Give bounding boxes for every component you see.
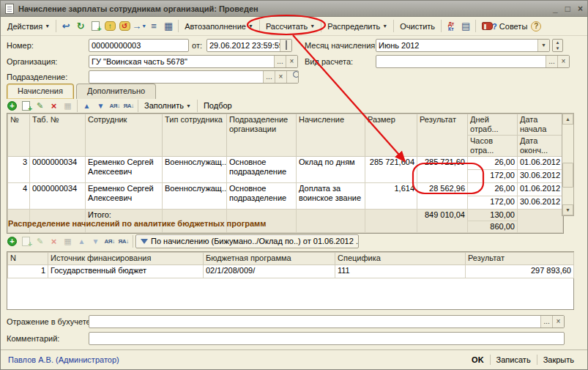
distribute-button[interactable]: Распределить▼ (324, 21, 391, 32)
comment-input[interactable] (89, 332, 565, 345)
cell-date-end[interactable]: 30.06.2012 (518, 196, 563, 210)
cell-hours[interactable]: 172,00 (468, 170, 518, 183)
cell-emp-type[interactable]: Военнослужащ... (163, 183, 227, 210)
calc-kind-input[interactable]: ...× (376, 55, 570, 68)
calculate-button[interactable]: Рассчитать▼ (262, 21, 319, 32)
month-spinner[interactable]: ▲▼ (552, 39, 563, 52)
cell-emp-type[interactable]: Военнослужащ... (163, 157, 227, 183)
add-row-icon[interactable]: + (5, 235, 19, 248)
cell-employee[interactable]: Еременко Сергей Алексеевич (86, 157, 163, 183)
cell-date-end[interactable]: 30.06.2012 (518, 170, 563, 183)
organization-input[interactable]: ГУ "Воинская часть 5678"...× (89, 55, 298, 68)
move-down-icon[interactable]: ▼ (94, 100, 108, 112)
cell-size[interactable]: 1,614 (365, 183, 417, 210)
clear-icon[interactable]: × (552, 316, 564, 328)
ellipsis-button[interactable]: ... (540, 316, 552, 328)
date-input[interactable]: 29.06.2012 23:59:59 (206, 39, 292, 52)
save-button[interactable]: Записать (491, 354, 537, 366)
cell-result[interactable]: 285 721,60 (417, 157, 468, 183)
structure-icon[interactable]: ≡ (146, 20, 161, 33)
sort-desc-icon[interactable]: ЯА↓ (122, 100, 135, 112)
autofill-button[interactable]: Автозаполнение▼ (181, 21, 257, 32)
accounting-input[interactable]: ...× (89, 315, 565, 328)
sort-asc-icon[interactable]: АЯ↓ (103, 235, 116, 248)
move-up-icon[interactable]: ▲ (75, 235, 89, 248)
delete-row-icon[interactable]: × (47, 235, 61, 248)
dt-kt-icon[interactable]: ДтКт (444, 20, 458, 33)
title-bar: Начисление зарплаты сотрудникам организа… (1, 1, 587, 17)
close-button[interactable]: × (578, 4, 583, 14)
post-and-close-icon[interactable]: ↩ (59, 20, 73, 33)
ellipsis-button[interactable]: ... (274, 56, 286, 67)
sort-desc-icon[interactable]: ЯА↓ (116, 235, 130, 248)
move-up-icon[interactable]: ▲ (80, 100, 94, 112)
cell-num[interactable]: 3 (8, 157, 30, 183)
tab-additional[interactable]: Дополнительно (76, 84, 156, 99)
cell-accrual[interactable]: Оклад по дням (297, 157, 365, 183)
actions-menu-button[interactable]: Действия▼ (4, 21, 53, 32)
cell-tab-no[interactable]: 0000000034 (30, 157, 86, 183)
cell-source[interactable]: Государственный бюджет (48, 265, 204, 278)
edit-row-icon[interactable]: ✎ (33, 235, 47, 248)
ellipsis-button[interactable]: ... (546, 56, 557, 67)
delete-row-icon[interactable]: × (47, 100, 61, 112)
cell-result-highlighted[interactable]: 28 562,96 (417, 183, 468, 210)
cell-org-unit[interactable]: Основное подразделение (227, 183, 297, 210)
copy-row-icon[interactable] (19, 100, 33, 112)
cell-org-unit[interactable]: Основное подразделение (227, 157, 297, 183)
refresh-icon[interactable]: ↻ (73, 20, 88, 33)
ellipsis-button[interactable]: ... (263, 71, 275, 83)
col-specifics: Специфика (335, 253, 466, 265)
maximize-button[interactable]: □ (565, 4, 570, 14)
clear-icon[interactable]: × (275, 71, 286, 83)
goto-menu-icon[interactable]: →▼ (132, 20, 146, 33)
clear-button[interactable]: Очистить (396, 21, 439, 32)
clear-icon[interactable]: × (557, 56, 569, 67)
number-input[interactable]: 00000000003 (89, 39, 189, 52)
add-row-icon[interactable]: + (5, 100, 19, 112)
scrollbar-thumb[interactable] (562, 163, 573, 188)
write-document-icon[interactable]: ↑ (103, 20, 117, 33)
report-icon[interactable]: ▤ (458, 20, 473, 33)
cell-accrual[interactable]: Доплата за воинское звание (297, 183, 365, 210)
cell-num[interactable]: 1 (8, 265, 48, 278)
move-down-icon[interactable]: ▼ (89, 235, 103, 248)
edit-row-icon[interactable]: ✎ (33, 100, 47, 112)
cell-days[interactable]: 26,00 (468, 183, 518, 196)
filter-button[interactable]: По начислению (Бижумано../Оклад по..) от… (135, 234, 359, 248)
cell-date-start[interactable]: 01.06.2012 (518, 157, 563, 170)
cell-program[interactable]: 02/1/208/009/ (204, 265, 335, 278)
conduct-document-icon[interactable]: ↺ (117, 20, 132, 33)
month-input[interactable]: Июнь 2012▼ (376, 39, 550, 52)
scroll-up-icon[interactable]: ▲ (562, 114, 573, 125)
ok-button[interactable]: OK (466, 354, 490, 366)
sort-asc-icon[interactable]: АЯ↓ (108, 100, 122, 112)
cell-specifics[interactable]: 111 (335, 265, 466, 278)
finish-edit-icon[interactable]: ▦ (61, 100, 75, 112)
pick-button[interactable]: Подбор (200, 100, 236, 111)
minimize-button[interactable]: _ (553, 4, 558, 14)
calendar-icon[interactable] (280, 40, 291, 51)
clear-icon[interactable]: × (286, 56, 297, 67)
close-window-button[interactable]: Закрыть (537, 354, 580, 366)
fill-button[interactable]: Заполнить▼ (141, 100, 195, 111)
help-icon[interactable]: ? (531, 21, 541, 32)
cell-employee[interactable]: Еременко Сергей Алексеевич (86, 183, 163, 210)
cell-result[interactable]: 297 893,60 (466, 265, 574, 278)
cell-days[interactable]: 26,00 (468, 157, 518, 170)
cell-date-start[interactable]: 01.06.2012 (518, 183, 563, 196)
set-marks-icon[interactable]: ▦ (161, 20, 176, 33)
department-input[interactable]: ...× (89, 70, 299, 84)
finish-edit-icon[interactable]: ▦ (61, 235, 75, 248)
copy-row-icon[interactable] (19, 235, 33, 248)
dropdown-icon[interactable]: ▼ (537, 40, 549, 51)
tips-button[interactable]: ?Советы (478, 21, 531, 32)
copy-document-icon[interactable] (88, 20, 103, 33)
cell-hours[interactable]: 172,00 (468, 196, 518, 210)
cell-num[interactable]: 4 (8, 183, 30, 210)
cell-size[interactable]: 285 721,604 (365, 157, 417, 183)
scroll-down-icon[interactable]: ▼ (562, 204, 573, 215)
tab-accruals[interactable]: Начисления (7, 84, 74, 99)
cell-tab-no[interactable]: 0000000034 (30, 183, 86, 210)
search-icon[interactable] (286, 71, 298, 83)
